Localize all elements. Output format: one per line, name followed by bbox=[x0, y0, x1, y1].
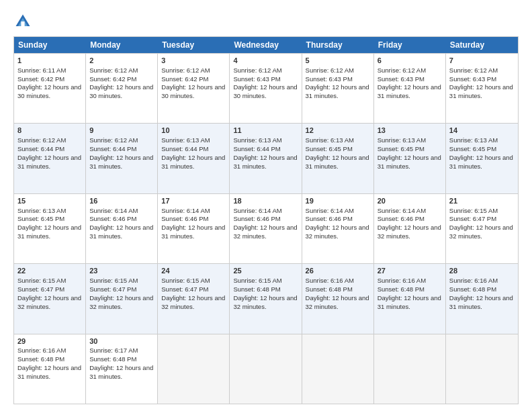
sunset-text: Sunset: 6:43 PM bbox=[449, 75, 496, 83]
calendar-cell: 30Sunrise: 6:17 AMSunset: 6:48 PMDayligh… bbox=[86, 334, 158, 404]
daylight-text: Daylight: 12 hours and 32 minutes. bbox=[306, 224, 369, 240]
sunrise-text: Sunrise: 6:15 AM bbox=[161, 277, 210, 284]
day-number: 24 bbox=[161, 266, 226, 276]
daylight-text: Daylight: 12 hours and 31 minutes. bbox=[233, 154, 297, 170]
svg-rect-2 bbox=[21, 21, 24, 26]
day-number: 6 bbox=[378, 56, 442, 66]
sunset-text: Sunset: 6:48 PM bbox=[89, 355, 136, 363]
daylight-text: Daylight: 12 hours and 30 minutes. bbox=[233, 83, 297, 99]
calendar-cell: 8Sunrise: 6:12 AMSunset: 6:44 PMDaylight… bbox=[14, 124, 86, 193]
sunset-text: Sunset: 6:47 PM bbox=[161, 285, 208, 293]
daylight-text: Daylight: 12 hours and 31 minutes. bbox=[378, 294, 441, 310]
sunset-text: Sunset: 6:46 PM bbox=[233, 215, 280, 222]
sunset-text: Sunset: 6:47 PM bbox=[89, 285, 136, 293]
sunset-text: Sunset: 6:48 PM bbox=[233, 285, 280, 293]
logo bbox=[13, 12, 35, 31]
sunrise-text: Sunrise: 6:12 AM bbox=[378, 66, 426, 74]
calendar-cell: 27Sunrise: 6:16 AMSunset: 6:48 PMDayligh… bbox=[374, 264, 446, 333]
day-number: 16 bbox=[89, 196, 154, 206]
calendar-row-2: 8Sunrise: 6:12 AMSunset: 6:44 PMDaylight… bbox=[14, 123, 518, 193]
day-number: 23 bbox=[89, 266, 154, 276]
calendar-cell: 25Sunrise: 6:15 AMSunset: 6:48 PMDayligh… bbox=[230, 264, 302, 333]
sunset-text: Sunset: 6:48 PM bbox=[378, 285, 425, 293]
day-number: 13 bbox=[378, 126, 442, 136]
calendar-cell: 21Sunrise: 6:15 AMSunset: 6:47 PMDayligh… bbox=[446, 194, 518, 263]
sunset-text: Sunset: 6:46 PM bbox=[161, 215, 208, 222]
sunrise-text: Sunrise: 6:13 AM bbox=[378, 136, 426, 144]
sunrise-text: Sunrise: 6:15 AM bbox=[449, 207, 498, 214]
header-day-thursday: Thursday bbox=[302, 37, 374, 53]
sunset-text: Sunset: 6:47 PM bbox=[17, 285, 64, 293]
day-number: 1 bbox=[17, 56, 82, 66]
daylight-text: Daylight: 12 hours and 31 minutes. bbox=[17, 224, 81, 240]
calendar-header: SundayMondayTuesdayWednesdayThursdayFrid… bbox=[14, 37, 518, 53]
calendar-cell: 28Sunrise: 6:16 AMSunset: 6:48 PMDayligh… bbox=[446, 264, 518, 333]
daylight-text: Daylight: 12 hours and 31 minutes. bbox=[306, 154, 369, 170]
sunset-text: Sunset: 6:44 PM bbox=[233, 145, 280, 152]
daylight-text: Daylight: 12 hours and 31 minutes. bbox=[161, 154, 225, 170]
day-number: 19 bbox=[306, 196, 370, 206]
daylight-text: Daylight: 12 hours and 31 minutes. bbox=[161, 224, 225, 240]
sunset-text: Sunset: 6:47 PM bbox=[449, 215, 496, 222]
calendar-cell: 24Sunrise: 6:15 AMSunset: 6:47 PMDayligh… bbox=[158, 264, 230, 333]
day-number: 7 bbox=[449, 56, 515, 66]
daylight-text: Daylight: 12 hours and 31 minutes. bbox=[378, 154, 441, 170]
sunset-text: Sunset: 6:45 PM bbox=[306, 145, 353, 152]
calendar-body: 1Sunrise: 6:11 AMSunset: 6:42 PMDaylight… bbox=[14, 53, 518, 404]
calendar-cell: 29Sunrise: 6:16 AMSunset: 6:48 PMDayligh… bbox=[14, 334, 86, 404]
day-number: 25 bbox=[233, 266, 298, 276]
calendar-cell: 6Sunrise: 6:12 AMSunset: 6:43 PMDaylight… bbox=[374, 54, 446, 123]
sunrise-text: Sunrise: 6:17 AM bbox=[89, 347, 138, 354]
sunset-text: Sunset: 6:42 PM bbox=[17, 75, 64, 83]
day-number: 28 bbox=[449, 266, 515, 276]
sunset-text: Sunset: 6:44 PM bbox=[161, 145, 208, 152]
header-day-sunday: Sunday bbox=[14, 37, 86, 53]
calendar-cell: 4Sunrise: 6:12 AMSunset: 6:43 PMDaylight… bbox=[230, 54, 302, 123]
calendar-cell: 20Sunrise: 6:14 AMSunset: 6:46 PMDayligh… bbox=[374, 194, 446, 263]
sunrise-text: Sunrise: 6:13 AM bbox=[161, 136, 210, 144]
sunset-text: Sunset: 6:43 PM bbox=[306, 75, 353, 83]
daylight-text: Daylight: 12 hours and 31 minutes. bbox=[449, 83, 513, 99]
sunrise-text: Sunrise: 6:13 AM bbox=[233, 136, 281, 144]
calendar-cell: 2Sunrise: 6:12 AMSunset: 6:42 PMDaylight… bbox=[86, 54, 158, 123]
daylight-text: Daylight: 12 hours and 31 minutes. bbox=[89, 224, 153, 240]
calendar-cell bbox=[302, 334, 374, 404]
sunset-text: Sunset: 6:43 PM bbox=[378, 75, 425, 83]
sunset-text: Sunset: 6:44 PM bbox=[89, 145, 136, 152]
calendar-cell bbox=[374, 334, 446, 404]
sunset-text: Sunset: 6:46 PM bbox=[306, 215, 353, 222]
day-number: 15 bbox=[17, 196, 82, 206]
calendar-row-3: 15Sunrise: 6:13 AMSunset: 6:45 PMDayligh… bbox=[14, 193, 518, 263]
calendar-cell: 17Sunrise: 6:14 AMSunset: 6:46 PMDayligh… bbox=[158, 194, 230, 263]
sunset-text: Sunset: 6:45 PM bbox=[378, 145, 425, 152]
calendar-cell bbox=[230, 334, 302, 404]
sunset-text: Sunset: 6:42 PM bbox=[89, 75, 136, 83]
header-day-monday: Monday bbox=[86, 37, 158, 53]
daylight-text: Daylight: 12 hours and 32 minutes. bbox=[17, 294, 81, 310]
day-number: 10 bbox=[161, 126, 226, 136]
daylight-text: Daylight: 12 hours and 32 minutes. bbox=[306, 294, 369, 310]
sunset-text: Sunset: 6:42 PM bbox=[161, 75, 208, 83]
day-number: 4 bbox=[233, 56, 298, 66]
sunrise-text: Sunrise: 6:15 AM bbox=[89, 277, 138, 284]
calendar-row-4: 22Sunrise: 6:15 AMSunset: 6:47 PMDayligh… bbox=[14, 263, 518, 333]
page: SundayMondayTuesdayWednesdayThursdayFrid… bbox=[0, 0, 532, 411]
sunrise-text: Sunrise: 6:16 AM bbox=[306, 277, 354, 284]
sunset-text: Sunset: 6:46 PM bbox=[89, 215, 136, 222]
calendar-cell: 19Sunrise: 6:14 AMSunset: 6:46 PMDayligh… bbox=[302, 194, 374, 263]
sunrise-text: Sunrise: 6:12 AM bbox=[233, 66, 281, 74]
day-number: 8 bbox=[17, 126, 82, 136]
calendar-cell: 3Sunrise: 6:12 AMSunset: 6:42 PMDaylight… bbox=[158, 54, 230, 123]
header-day-friday: Friday bbox=[374, 37, 446, 53]
header-day-saturday: Saturday bbox=[446, 37, 518, 53]
sunset-text: Sunset: 6:43 PM bbox=[233, 75, 280, 83]
sunrise-text: Sunrise: 6:12 AM bbox=[89, 136, 138, 144]
sunset-text: Sunset: 6:45 PM bbox=[449, 145, 496, 152]
day-number: 11 bbox=[233, 126, 298, 136]
day-number: 29 bbox=[17, 336, 82, 347]
daylight-text: Daylight: 12 hours and 31 minutes. bbox=[449, 154, 513, 170]
sunrise-text: Sunrise: 6:13 AM bbox=[449, 136, 498, 144]
sunrise-text: Sunrise: 6:15 AM bbox=[233, 277, 281, 284]
sunrise-text: Sunrise: 6:13 AM bbox=[306, 136, 354, 144]
sunrise-text: Sunrise: 6:14 AM bbox=[378, 207, 426, 214]
